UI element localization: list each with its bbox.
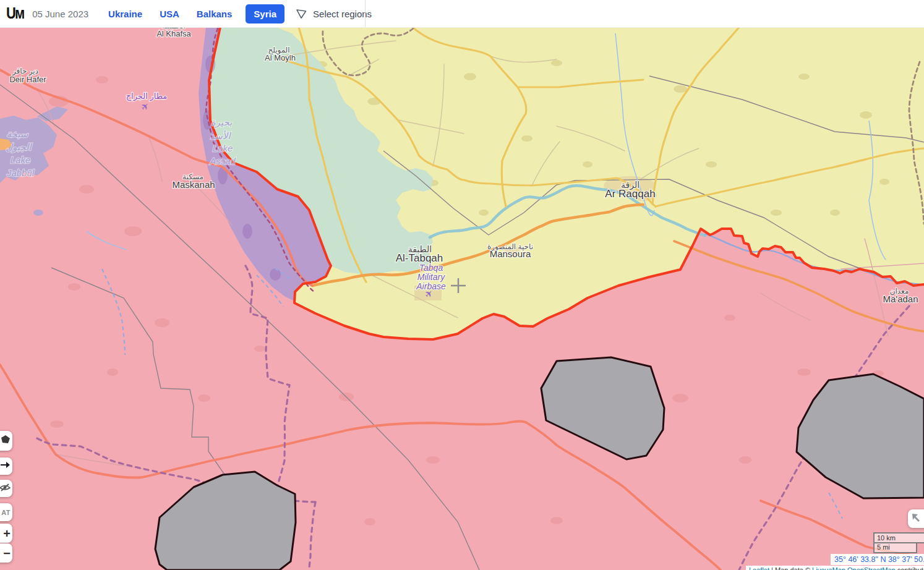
map-label: سبخة (7, 129, 28, 139)
tab-usa[interactable]: USA (160, 9, 179, 19)
tab-ukraine[interactable]: Ukraine (108, 9, 142, 19)
arrow-right-icon (0, 461, 11, 472)
map-label: Mansoura (490, 249, 531, 259)
map-label: Lake (11, 155, 31, 165)
plus-icon: + (3, 527, 11, 540)
tab-syria[interactable]: Syria (246, 4, 284, 23)
map-label: الجبول (6, 142, 32, 153)
map-label: بحيرة (211, 117, 233, 128)
map-label: Maskanah (172, 179, 215, 190)
scale-miles: 5 mi (873, 543, 917, 553)
satellite-layer-label: AT (1, 509, 11, 516)
map-label: Al Khafsa (156, 29, 191, 38)
minus-icon: − (3, 547, 11, 559)
zoom-in-button[interactable]: + (0, 524, 12, 543)
scale-kilometers: 10 km (873, 532, 924, 543)
liveuamap-page: دير حافرDeir HaferالخفسةAl Khafsaالمويلح… (0, 0, 924, 570)
select-regions-label: Select regions (313, 9, 372, 19)
date-label[interactable]: 05 June 2023 (32, 9, 88, 19)
pan-northwest-button[interactable] (908, 509, 924, 528)
map-canvas[interactable]: دير حافرDeir HaferالخفسةAl Khafsaالمويلح… (0, 27, 924, 570)
osm-link[interactable]: OpenStreetMap (845, 566, 896, 570)
map-label: مطار الجراح (126, 91, 168, 101)
cursor-coordinates: 35° 46' 33.8" N 38° 37' 50.4" E (831, 554, 924, 565)
map-label: Deir Hafer (9, 75, 46, 84)
map-label: Airbase (416, 281, 446, 291)
select-regions-button[interactable]: Select regions (296, 7, 372, 20)
top-navigation-bar: Uм 05 June 2023 Ukraine USA Balkans Syri… (0, 0, 924, 28)
satellite-layer-button[interactable]: AT (0, 503, 12, 521)
map-label: الأسد (210, 130, 231, 141)
zoom-out-button[interactable]: − (0, 543, 12, 563)
draw-polygon-button[interactable] (0, 431, 12, 451)
liveuamap-link[interactable]: LiveuaMap (812, 566, 845, 570)
topbar-divider (365, 0, 366, 27)
map-label: Assad (209, 156, 236, 166)
hide-layers-button[interactable] (0, 480, 12, 497)
map-label: Al Moylh (265, 53, 296, 62)
map-scale-control: 10 km 5 mi (873, 532, 924, 553)
forward-arrow-button[interactable] (0, 457, 12, 475)
lake-jabbul-pond (33, 210, 43, 216)
tab-balkans[interactable]: Balkans (197, 9, 233, 19)
attribution-contributors: contributors (896, 566, 924, 570)
map-label: Ar Raqqah (605, 188, 655, 200)
region-cursor-icon (296, 7, 308, 20)
attribution-text: Map data © (775, 566, 812, 570)
leaflet-link[interactable]: Leaflet (749, 566, 769, 570)
map-label: Ma'adan (883, 294, 918, 304)
attribution-separator: | (769, 566, 775, 570)
map-label: Lake (213, 143, 233, 153)
map-label: Tabqa (419, 263, 443, 273)
map-label: Military (417, 272, 445, 282)
map-svg: دير حافرDeir HaferالخفسةAl Khafsaالمويلح… (0, 27, 924, 570)
eye-off-icon (0, 483, 11, 495)
map-label: Jabbūl (6, 168, 35, 178)
northwest-arrow-icon (911, 513, 921, 525)
polygon-icon (1, 435, 11, 447)
map-attribution: Leaflet | Map data © LiveuaMap OpenStree… (746, 566, 924, 570)
liveuamap-logo[interactable]: Uм (6, 4, 24, 23)
